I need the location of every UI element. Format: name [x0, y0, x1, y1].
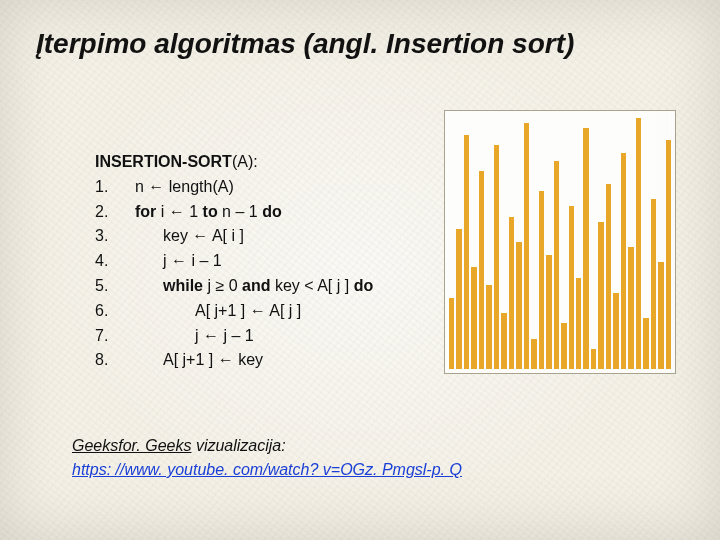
line-number: 5. [95, 274, 121, 299]
pseudocode-line: 6.A[ j+1 ] ← A[ j ] [95, 299, 373, 324]
chart-bar [613, 293, 618, 369]
line-number: 7. [95, 324, 121, 349]
chart-bar [456, 229, 461, 369]
chart-bar [486, 285, 491, 369]
pseudocode-line: 4.j ← i – 1 [95, 249, 373, 274]
line-body: j ← j – 1 [121, 327, 254, 344]
chart-bar [464, 135, 469, 369]
slide: Įterpimo algoritmas (angl. Insertion sor… [0, 0, 720, 540]
chart-bar [554, 161, 559, 369]
chart-bar [471, 267, 476, 369]
pseudocode-header-args: (A): [232, 153, 258, 170]
line-body: while j ≥ 0 and key < A[ j ] do [121, 277, 373, 294]
line-number: 4. [95, 249, 121, 274]
line-body: A[ j+1 ] ← key [121, 351, 263, 368]
pseudocode-line: 2.for i ← 1 to n – 1 do [95, 200, 373, 225]
chart-bar [479, 171, 484, 369]
line-number: 2. [95, 200, 121, 225]
sort-visualization-chart [444, 110, 676, 374]
line-number: 1. [95, 175, 121, 200]
line-number: 3. [95, 224, 121, 249]
pseudocode-line: 7.j ← j – 1 [95, 324, 373, 349]
chart-bar [621, 153, 626, 369]
slide-title: Įterpimo algoritmas (angl. Insertion sor… [36, 28, 574, 60]
footer-label: Geeksfor. Geeks vizualizacija: [72, 437, 286, 454]
chart-bar [539, 191, 544, 369]
pseudocode-block: INSERTION-SORT(A): 1.n ← length(A)2.for … [95, 150, 373, 373]
pseudocode-line: 8.A[ j+1 ] ← key [95, 348, 373, 373]
chart-bar [628, 247, 633, 369]
pseudocode-line: 3.key ← A[ i ] [95, 224, 373, 249]
chart-bar [561, 323, 566, 369]
footer-source-name: Geeksfor. Geeks [72, 437, 191, 454]
chart-bar [531, 339, 536, 369]
chart-bar [606, 184, 611, 369]
footer-label-suffix: vizualizacija: [191, 437, 285, 454]
chart-bar [546, 255, 551, 369]
line-body: key ← A[ i ] [121, 227, 244, 244]
chart-bar [636, 118, 641, 369]
chart-bar [449, 298, 454, 369]
chart-bar [509, 217, 514, 369]
chart-bar [598, 222, 603, 369]
line-body: for i ← 1 to n – 1 do [121, 203, 282, 220]
chart-bar [658, 262, 663, 369]
chart-bar [524, 123, 529, 369]
chart-bar [651, 199, 656, 369]
line-number: 8. [95, 348, 121, 373]
line-body: A[ j+1 ] ← A[ j ] [121, 302, 301, 319]
line-number: 6. [95, 299, 121, 324]
pseudocode-lines: 1.n ← length(A)2.for i ← 1 to n – 1 do3.… [95, 175, 373, 373]
pseudocode-header: INSERTION-SORT(A): [95, 150, 373, 175]
chart-bar [583, 128, 588, 369]
chart-bar [516, 242, 521, 369]
line-body: n ← length(A) [121, 178, 234, 195]
chart-bar [591, 349, 596, 369]
pseudocode-line: 5.while j ≥ 0 and key < A[ j ] do [95, 274, 373, 299]
chart-bar [494, 145, 499, 369]
chart-bar [666, 140, 671, 369]
footer-block: Geeksfor. Geeks vizualizacija: https: //… [72, 434, 462, 482]
pseudocode-line: 1.n ← length(A) [95, 175, 373, 200]
chart-bar [569, 206, 574, 369]
pseudocode-header-name: INSERTION-SORT [95, 153, 232, 170]
chart-bar [643, 318, 648, 369]
footer-link[interactable]: https: //www. youtube. com/watch? v=OGz.… [72, 461, 462, 478]
chart-bar [576, 278, 581, 369]
chart-bar [501, 313, 506, 369]
line-body: j ← i – 1 [121, 252, 222, 269]
